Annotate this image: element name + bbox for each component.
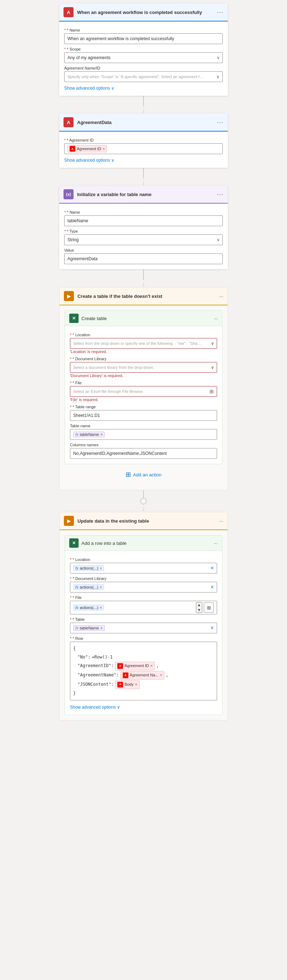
stepper-down[interactable]: ▼	[196, 608, 202, 612]
ct-file-input[interactable]: Select an Excel file through File Browse…	[70, 386, 217, 397]
agreement-name-placeholder: Specify only when "Scope" is "A specific…	[67, 75, 204, 79]
fx-icon-table: fx	[75, 626, 78, 630]
update-data-scope-header: ▶ Update data in the existing table ···	[59, 512, 228, 530]
ud-doclibrary-tag-close[interactable]: ×	[100, 585, 102, 589]
update-data-inner-header: ✕ Add a row into a table ···	[65, 536, 222, 551]
trigger-card: A When an agreement workflow is complete…	[59, 3, 228, 96]
ud-doclibrary-tags: fx actions(...) ×	[73, 584, 104, 590]
var-value-input[interactable]	[64, 253, 223, 264]
trigger-title: When an agreement workflow is completed …	[77, 10, 214, 15]
update-data-scope-ellipsis[interactable]: ···	[219, 518, 223, 524]
var-name-input[interactable]	[64, 215, 223, 226]
update-data-inner-ellipsis[interactable]: ···	[214, 541, 218, 546]
connector-1: ↓	[142, 96, 145, 114]
ud-table-tag-close[interactable]: ×	[100, 626, 103, 630]
row-line-6: }	[73, 690, 214, 698]
create-table-inner-header: ✕ Create table ···	[65, 311, 222, 326]
var-name-label: * Name	[64, 210, 223, 214]
row-close-brace: }	[73, 690, 76, 698]
show-advanced-agreement[interactable]: Show advanced options ∨	[64, 158, 223, 163]
agreement-data-ellipsis[interactable]: ···	[217, 119, 223, 126]
ct-file-error: 'File' is required.	[70, 398, 217, 402]
ud-doclibrary-tag: fx actions(...) ×	[73, 584, 104, 590]
ud-doclibrary-x[interactable]: ×	[210, 584, 214, 590]
ct-tablename-tag-close[interactable]: ×	[100, 432, 103, 437]
ct-columns-input[interactable]	[70, 448, 217, 459]
ud-doclibrary-tag-label: actions(...)	[80, 585, 98, 589]
scope-play-icon-2: ▶	[67, 518, 71, 524]
row-no-key: "No":	[78, 654, 91, 661]
connector-4: ⓘ ↓	[142, 490, 145, 512]
create-table-inner-ellipsis[interactable]: ···	[214, 316, 218, 321]
agreement-data-icon: A	[64, 117, 73, 127]
ud-location-tag: fx actions(...) ×	[73, 565, 104, 571]
row-agreementid-tag-close[interactable]: ×	[150, 662, 153, 670]
ud-location-tag-input[interactable]: fx actions(...) × ×	[70, 563, 217, 574]
add-action-button[interactable]: ⊞ Add an action	[126, 471, 162, 479]
variable-ellipsis[interactable]: ···	[217, 191, 223, 198]
scope-select[interactable]: Any of my agreements	[64, 52, 223, 63]
show-advanced-label: Show advanced options	[64, 86, 110, 91]
create-table-scope-header: ▶ Create a table if the table doesn't ex…	[59, 288, 228, 305]
ud-table-tag-label: tableName	[80, 626, 99, 630]
create-table-scope-icon: ▶	[64, 291, 74, 301]
var-value-label: Value	[64, 248, 223, 252]
stepper-up[interactable]: ▲	[196, 603, 202, 608]
variable-title: Initialize a variable for table name	[77, 192, 214, 197]
agreement-id-tag-label: Agreement ID	[77, 146, 101, 151]
add-action-label: Add an action	[133, 472, 162, 477]
ud-table-x[interactable]: ×	[210, 625, 214, 631]
variable-icon: {x}	[64, 189, 73, 199]
agreement-chevron-icon: ∨	[216, 74, 220, 79]
ct-file-placeholder: Select an Excel file through File Browse…	[73, 389, 144, 394]
row-jsoncontent-tag-label: Body	[124, 681, 134, 688]
show-advanced-trigger[interactable]: Show advanced options ∨	[64, 86, 223, 91]
ct-tablerange-input[interactable]	[70, 410, 217, 421]
row-agreementname-tag-close[interactable]: ×	[160, 672, 162, 679]
row-line-4: "AgreementName": A Agreement Na... × ,	[73, 671, 214, 679]
scope-select-wrapper: Any of my agreements	[64, 52, 223, 63]
file-stepper[interactable]: ▲ ▼	[196, 602, 202, 613]
ud-file-tag-close[interactable]: ×	[100, 605, 102, 610]
ct-doclibrary-wrapper: Select a document library from the drop-…	[70, 362, 217, 373]
var-type-select[interactable]: String	[64, 234, 223, 245]
fx-icon-loc: fx	[75, 566, 78, 570]
agreement-data-body: * Agreement ID A Agreement ID × Show adv…	[59, 132, 228, 168]
row-jsoncontent-tag-close[interactable]: ×	[135, 681, 137, 688]
variable-body: * Name * Type String Value	[59, 204, 228, 269]
ct-location-input[interactable]: Select from the drop-down or specify one…	[70, 338, 217, 349]
arrow-down-icon-2: ↓	[142, 178, 145, 186]
agreement-data-card: A AgreementData ··· * Agreement ID A Agr…	[59, 114, 228, 168]
file-browse-button[interactable]: ⊞	[204, 603, 214, 612]
ud-doclibrary-tag-input[interactable]: fx actions(...) × ×	[70, 582, 217, 592]
ud-file-tags: fx actions(...) ×	[73, 605, 104, 611]
agreement-id-tag-input[interactable]: A Agreement ID ×	[64, 143, 223, 154]
ct-location-chevron: ∨	[211, 341, 214, 346]
agreement-name-input[interactable]: Specify only when "Scope" is "A specific…	[64, 71, 223, 82]
ct-tablename-tag-input[interactable]: fx tableName ×	[70, 429, 217, 440]
ct-columns-label: Columns names	[70, 443, 217, 447]
row-agreementid-key: "AgreementID":	[78, 662, 114, 670]
trigger-ellipsis[interactable]: ···	[217, 9, 223, 16]
adobe-icon-4: A	[117, 682, 123, 687]
file-browse-icon[interactable]: ⊞	[209, 388, 214, 394]
ud-table-tag-input[interactable]: fx tableName × ×	[70, 623, 217, 633]
var-type-label: * Type	[64, 229, 223, 233]
name-input[interactable]	[64, 33, 223, 44]
agreement-id-tag-close[interactable]: ×	[103, 146, 105, 151]
ud-row-content[interactable]: { "No": =Row()-1 "AgreementID": A Agreem…	[70, 642, 217, 700]
show-advanced-update[interactable]: Show advanced options ∨	[70, 705, 217, 710]
create-table-scope-title: Create a table if the table doesn't exis…	[78, 294, 215, 299]
ud-location-tag-close[interactable]: ×	[100, 566, 102, 570]
ct-doclibrary-input[interactable]: Select a document library from the drop-…	[70, 362, 217, 373]
update-data-inner-card: ✕ Add a row into a table ··· * Location …	[65, 535, 222, 715]
ud-file-tag-input[interactable]: fx actions(...) × ▲ ▼ ⊞	[70, 601, 217, 614]
ct-tablename-tags: fx tableName ×	[73, 431, 105, 437]
ud-location-x[interactable]: ×	[210, 565, 214, 571]
ud-file-label: * File	[70, 595, 217, 600]
chevron-down-icon: ∨	[111, 86, 115, 91]
create-table-scope-ellipsis[interactable]: ···	[219, 294, 223, 299]
update-data-scope-icon: ▶	[64, 516, 74, 526]
row-line-2: "No": =Row()-1	[73, 654, 214, 661]
update-data-scope-title: Update data in the existing table	[78, 518, 215, 524]
